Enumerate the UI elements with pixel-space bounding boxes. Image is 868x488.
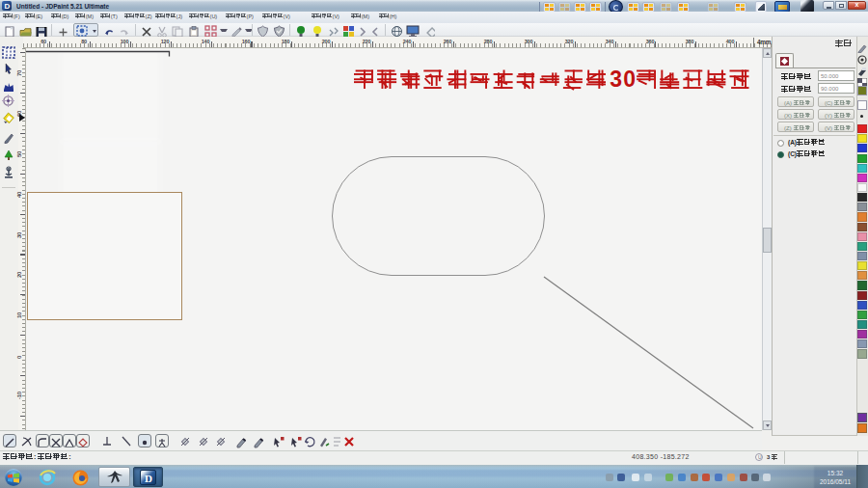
svg-text:3: 3 xyxy=(610,68,622,91)
svg-text:0: 0 xyxy=(623,68,636,91)
